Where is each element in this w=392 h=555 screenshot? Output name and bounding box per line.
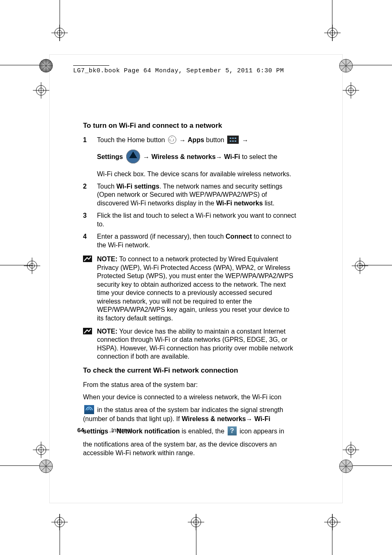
section-heading: To turn on Wi-Fi and connect to a networ… xyxy=(83,121,297,130)
print-header-stamp: LG7_bk0.book Page 64 Monday, September 5… xyxy=(73,67,284,74)
step-body: Touch the Home button → Apps button → Se… xyxy=(97,136,297,178)
text: Touch the Home button xyxy=(97,136,167,143)
note-icon xyxy=(83,255,97,322)
wifi-networks-label: Wi-Fi networks xyxy=(216,200,263,207)
arrow-icon: → xyxy=(179,136,186,145)
apps-label: Apps xyxy=(188,136,204,143)
step-number: 4 xyxy=(83,233,97,249)
text: (number of bands that light up). If xyxy=(83,415,182,422)
wireless-networks-label: Wireless & networks xyxy=(151,153,215,160)
note-icon xyxy=(83,327,97,361)
open-network-icon xyxy=(228,426,237,435)
step-number: 3 xyxy=(83,212,97,228)
wireless-networks-label: Wireless & networks xyxy=(182,415,246,422)
registration-target-icon xyxy=(324,25,341,41)
paragraph: From the status area of the system bar: xyxy=(83,381,297,389)
text: Your device has the ability to maintain … xyxy=(97,328,293,360)
step-number: 2 xyxy=(83,182,97,207)
arrow-icon: → xyxy=(242,136,249,145)
page-number: 64 xyxy=(77,426,84,433)
text: in the status area of the system bar ind… xyxy=(97,406,283,413)
registration-target-icon xyxy=(324,514,341,530)
step-body: Enter a password (if necessary), then to… xyxy=(97,233,297,249)
paragraph: in the status area of the system bar ind… xyxy=(83,406,297,423)
svg-rect-0 xyxy=(83,256,92,262)
registration-target-icon xyxy=(343,442,359,458)
step-number: 1 xyxy=(83,136,97,178)
connect-label: Connect xyxy=(226,233,252,240)
paragraph: the notifications area of the system bar… xyxy=(83,440,297,457)
registration-target-icon xyxy=(352,258,368,274)
registration-burst-icon xyxy=(338,58,354,74)
text: is enabled, the xyxy=(182,428,226,435)
wifi-signal-icon xyxy=(84,405,94,414)
registration-burst-icon xyxy=(338,458,354,474)
header-underline xyxy=(73,65,109,66)
note-text: NOTE: To connect to a network protected … xyxy=(97,255,297,322)
text: icon appears in xyxy=(240,428,284,435)
chapter-name: Internet xyxy=(111,426,132,433)
footer-separator: | xyxy=(100,426,101,433)
registration-target-icon xyxy=(33,442,49,458)
page-content: To turn on Wi-Fi and connect to a networ… xyxy=(83,121,297,461)
registration-target-icon xyxy=(51,514,68,530)
step-1: 1 Touch the Home button → Apps button → … xyxy=(83,136,297,178)
text: Touch xyxy=(97,183,116,190)
arrow-icon: → xyxy=(143,153,150,161)
apps-icon xyxy=(227,136,239,144)
note-block: NOTE: To connect to a network protected … xyxy=(83,255,297,322)
step-body: Flick the list and touch to select a Wi-… xyxy=(97,212,297,228)
note-block: NOTE: Your device has the ability to mai… xyxy=(83,327,297,361)
step-body: Touch Wi-Fi settings. The network names … xyxy=(97,182,297,207)
arrow-icon: → xyxy=(216,153,222,161)
step-4: 4 Enter a password (if necessary), then … xyxy=(83,233,297,249)
settings-icon xyxy=(126,150,140,164)
registration-burst-icon xyxy=(38,58,54,74)
arrow-icon: → xyxy=(246,415,253,424)
step-3: 3 Flick the list and touch to select a W… xyxy=(83,212,297,228)
wifi-label: Wi-Fi xyxy=(224,153,240,160)
section-heading: To check the current Wi-Fi network conne… xyxy=(83,366,297,375)
registration-target-icon xyxy=(24,258,40,274)
registration-target-icon xyxy=(33,82,49,99)
registration-target-icon xyxy=(343,82,359,99)
steps-list: 1 Touch the Home button → Apps button → … xyxy=(83,136,297,250)
settings-label: Settings xyxy=(97,153,125,160)
section-check-wifi: To check the current Wi-Fi network conne… xyxy=(83,366,297,457)
wifi-label: Wi-Fi xyxy=(253,415,270,422)
note-label: NOTE: xyxy=(97,256,118,263)
registration-burst-icon xyxy=(38,458,54,474)
text: Enter a password (if necessary), then to… xyxy=(97,233,226,240)
note-text: NOTE: Your device has the ability to mai… xyxy=(97,327,297,361)
wifi-settings-label: Wi-Fi settings xyxy=(116,183,159,190)
paragraph: When your device is connected to a wirel… xyxy=(83,393,297,401)
page-footer: 64 | Internet xyxy=(77,426,132,433)
registration-target-icon xyxy=(188,514,204,530)
text: To connect to a network protected by Wir… xyxy=(97,256,293,321)
text: Wi-Fi check box. The device scans for av… xyxy=(97,170,297,178)
registration-target-icon xyxy=(51,25,68,41)
home-icon xyxy=(168,136,176,144)
text: to select the xyxy=(242,153,277,160)
note-label: NOTE: xyxy=(97,328,118,335)
step-2: 2 Touch Wi-Fi settings. The network name… xyxy=(83,182,297,207)
svg-rect-1 xyxy=(83,328,92,334)
text: button xyxy=(206,136,226,143)
text: list. xyxy=(263,200,274,207)
